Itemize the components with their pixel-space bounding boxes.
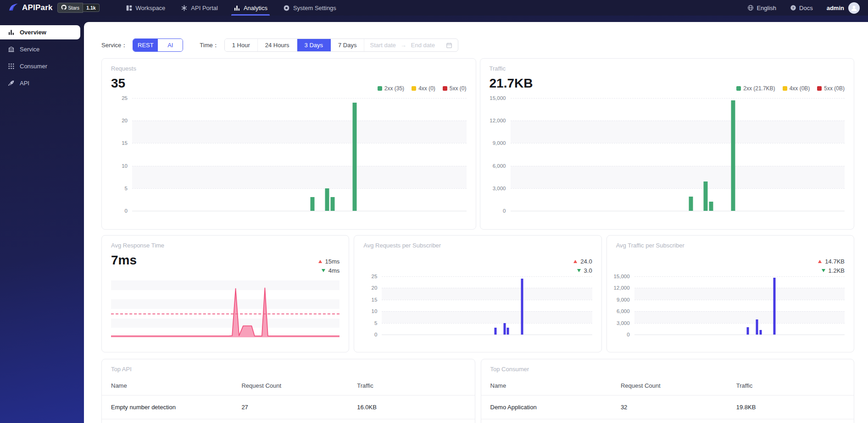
traffic_per_subscriber-bar — [747, 327, 749, 335]
docs-label: Docs — [799, 5, 813, 11]
avg-traffic-per-subscriber-stats: 14.7KB 1.2KB — [818, 257, 845, 275]
top-api-table: NameRequest CountTraffic Empty number de… — [102, 376, 475, 419]
time-button-7-days[interactable]: 7 Days — [331, 39, 364, 51]
sidebar-item-label: Consumer — [20, 63, 47, 70]
gridline — [634, 323, 845, 324]
sidebar: OverviewServiceConsumerAPI — [0, 22, 84, 423]
y-tick-label: 10 — [372, 308, 378, 314]
max-traffic-per-subscriber: 14.7KB — [825, 258, 845, 265]
legend-item[interactable]: 5xx (0) — [443, 85, 467, 92]
legend-item[interactable]: 2xx (21.7KB) — [736, 85, 775, 92]
down-arrow-icon — [322, 269, 325, 272]
time-button-24-hours[interactable]: 24 Hours — [258, 39, 297, 51]
nav-item-label: API Portal — [191, 5, 218, 11]
avg-requests-per-subscriber-title: Avg Requests per Subscriber — [363, 242, 592, 249]
legend-item[interactable]: 4xx (0) — [412, 85, 435, 92]
plot-band — [382, 288, 592, 299]
end-date-placeholder[interactable]: End date — [411, 42, 435, 49]
docs-link[interactable]: ? Docs — [790, 5, 813, 11]
user-menu[interactable]: admin — [827, 2, 860, 14]
response-time-line — [111, 280, 339, 337]
language-selector[interactable]: English — [747, 5, 776, 11]
gridline — [382, 276, 592, 277]
avg-requests-per-subscriber-stats: 24.0 3.0 — [573, 257, 592, 275]
requests-card-title: Requests — [111, 65, 467, 72]
traffic-bar — [709, 202, 713, 211]
main-content: Service： RESTAI Time： 1 Hour24 Hours3 Da… — [84, 22, 868, 423]
min-traffic-per-subscriber: 1.2KB — [829, 267, 845, 274]
legend-item[interactable]: 5xx (0B) — [817, 85, 845, 92]
sidebar-item-consumer[interactable]: Consumer — [0, 59, 80, 73]
gridline — [634, 276, 845, 277]
body-row: OverviewServiceConsumerAPI Service： REST… — [0, 16, 868, 423]
plot-band — [132, 121, 467, 143]
y-tick-label: 15,000 — [613, 274, 629, 279]
traffic-card: Traffic 21.7KB 2xx (21.7KB)4xx (0B)5xx (… — [480, 58, 855, 230]
nav-item-system-settings[interactable]: System Settings — [275, 0, 344, 16]
time-button-3-days[interactable]: 3 Days — [297, 39, 331, 51]
table-cell: Demo Application — [481, 396, 612, 419]
gridline — [634, 288, 845, 288]
time-button-1-hour[interactable]: 1 Hour — [225, 39, 258, 51]
traffic_per_subscriber-bar — [756, 319, 758, 335]
legend-label: 2xx (21.7KB) — [743, 85, 775, 92]
apipark-logo-icon — [8, 2, 19, 14]
nav-item-analytics[interactable]: Analytics — [226, 0, 275, 16]
sidebar-item-label: API — [20, 80, 29, 87]
y-tick-label: 9,000 — [493, 140, 506, 146]
date-range-picker[interactable]: Start date → End date — [364, 39, 457, 51]
traffic-per-subscriber-chart: 15,00012,0009,0006,0003,0000 — [616, 276, 845, 335]
rocket-icon — [8, 80, 15, 87]
max-requests-per-subscriber: 24.0 — [580, 258, 592, 265]
requests-per-subscriber-plot — [382, 276, 592, 335]
sidebar-item-overview[interactable]: Overview — [0, 25, 80, 39]
username: admin — [827, 5, 844, 11]
plot-band — [634, 288, 845, 299]
gridline — [132, 188, 467, 189]
traffic-per-subscriber-y-axis: 15,00012,0009,0006,0003,0000 — [616, 276, 634, 335]
avatar — [848, 2, 860, 14]
sidebar-item-service[interactable]: Service — [0, 42, 80, 56]
legend-swatch — [378, 86, 382, 91]
traffic-chart: 15,00012,0009,0006,0003,0000 — [490, 98, 845, 211]
service-filter-label: Service： — [101, 41, 127, 49]
up-arrow-icon — [318, 260, 322, 263]
brand[interactable]: APIPark — [8, 2, 53, 14]
x-axis-line — [634, 335, 845, 335]
start-date-placeholder[interactable]: Start date — [370, 42, 395, 49]
sidebar-item-api[interactable]: API — [0, 76, 80, 90]
gridline — [382, 288, 592, 288]
help-icon: ? — [790, 5, 796, 11]
y-tick-label: 20 — [372, 285, 378, 291]
nav-item-workspace[interactable]: Workspace — [118, 0, 173, 16]
x-axis-line — [382, 335, 592, 335]
navbar-right: English ? Docs admin — [747, 2, 860, 14]
github-stars-badge[interactable]: Stars 1.1k — [57, 3, 100, 13]
x-axis-line — [511, 211, 845, 211]
workspace-icon — [126, 5, 133, 11]
traffic-chart-plot — [511, 98, 845, 211]
brand-name: APIPark — [22, 3, 53, 12]
table-header-row: NameRequest CountTraffic — [481, 376, 854, 396]
legend-item[interactable]: 2xx (35) — [378, 85, 404, 92]
gridline — [511, 143, 845, 143]
up-arrow-icon — [573, 260, 577, 263]
gridline — [132, 143, 467, 143]
service-toggle: RESTAI — [133, 38, 183, 52]
traffic-bar — [689, 197, 693, 211]
min-response-time: 4ms — [328, 267, 340, 274]
avg-response-time-stats: 15ms 4ms — [318, 257, 340, 275]
service-toggle-ai[interactable]: AI — [158, 39, 183, 51]
nav-item-api-portal[interactable]: API Portal — [173, 0, 226, 16]
nav-item-label: Workspace — [136, 5, 166, 11]
traffic-card-title: Traffic — [490, 65, 845, 72]
github-stars-label: Stars — [68, 5, 80, 11]
avg-traffic-per-subscriber-title: Avg Traffic per Subscriber — [616, 242, 845, 249]
table-cell: 16.0KB — [348, 396, 474, 419]
y-tick-label: 20 — [122, 118, 128, 123]
legend-swatch — [736, 86, 741, 91]
service-toggle-rest[interactable]: REST — [133, 39, 158, 51]
avg-traffic-per-subscriber-card: Avg Traffic per Subscriber 14.7KB 1.2KB … — [606, 235, 854, 352]
legend-item[interactable]: 4xx (0B) — [783, 85, 810, 92]
legend-label: 2xx (35) — [384, 85, 404, 92]
